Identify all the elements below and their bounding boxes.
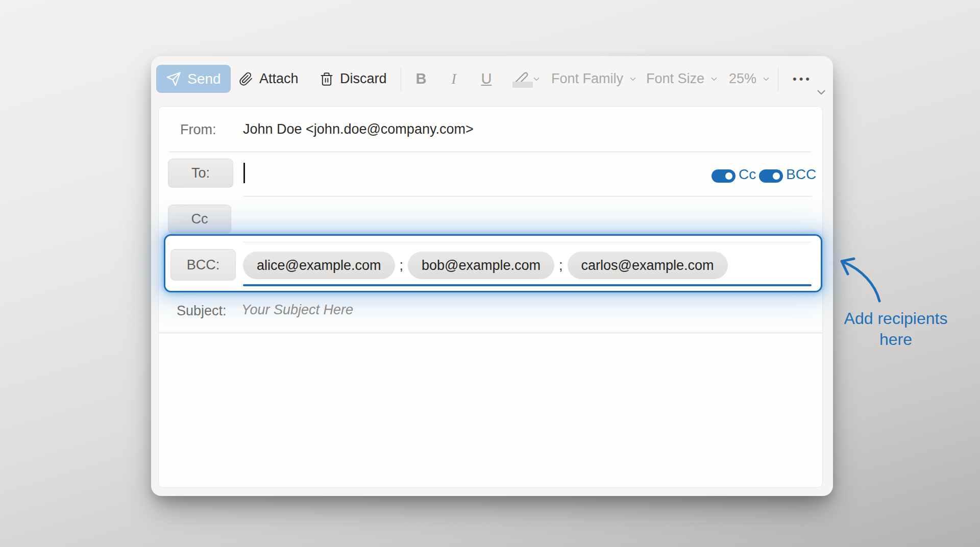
from-value: John Doe <john.doe@company.com>	[243, 121, 474, 137]
send-button[interactable]: Send	[156, 65, 231, 93]
attach-label: Attach	[259, 71, 299, 87]
italic-button[interactable]: I	[439, 65, 469, 93]
bcc-field-button[interactable]: BCC:	[170, 249, 236, 281]
subject-label: Subject:	[177, 303, 227, 319]
toggle-knob	[770, 170, 782, 182]
chevron-down-icon	[762, 74, 771, 84]
recipient-separator: ;	[400, 258, 404, 274]
color-swatch	[512, 82, 533, 88]
compose-window: Send Attach Discard B I U	[151, 56, 833, 496]
cc-toggle[interactable]	[712, 169, 736, 183]
attach-button[interactable]: Attach	[239, 65, 299, 93]
to-input-underline	[243, 196, 812, 196]
subject-placeholder[interactable]: Your Subject Here	[241, 302, 353, 318]
font-size-label: Font Size	[646, 71, 704, 87]
highlight-color-button[interactable]	[505, 65, 549, 93]
bcc-chip-list[interactable]: alice@example.com;bob@example.com;carlos…	[243, 252, 728, 279]
cc-label: Cc	[191, 211, 208, 227]
cc-toggle-label[interactable]: Cc	[739, 166, 756, 183]
annotation-text: Add recipients here	[840, 308, 952, 350]
recipient-chip[interactable]: carlos@example.com	[568, 252, 728, 279]
font-family-dropdown[interactable]: Font Family	[551, 65, 638, 93]
toggle-knob	[723, 170, 735, 182]
recipient-separator: ;	[559, 258, 563, 274]
chevron-down-icon	[628, 74, 638, 84]
bold-button[interactable]: B	[406, 65, 436, 93]
message-body-area[interactable]	[159, 333, 822, 487]
bcc-field-highlight: BCC: alice@example.com;bob@example.com;c…	[164, 234, 822, 292]
bcc-toggle[interactable]	[759, 169, 783, 183]
row-divider	[243, 242, 812, 242]
cc-field-button[interactable]: Cc	[168, 205, 231, 234]
discard-button[interactable]: Discard	[320, 65, 387, 93]
toolbar-divider	[778, 67, 778, 91]
chevron-down-icon	[709, 74, 719, 84]
toolbar-collapse-chevron-icon[interactable]	[813, 85, 830, 100]
paperclip-icon	[239, 72, 253, 86]
underline-label: U	[481, 70, 492, 87]
italic-label: I	[451, 70, 456, 87]
row-divider	[169, 152, 811, 152]
toolbar-divider	[401, 67, 401, 91]
font-family-label: Font Family	[551, 71, 623, 87]
bold-label: B	[416, 70, 427, 87]
bcc-input-underline	[243, 284, 812, 286]
send-label: Send	[187, 71, 220, 87]
zoom-dropdown[interactable]: 25%	[729, 65, 771, 93]
bcc-label: BCC:	[187, 257, 220, 273]
annotation-arrow-icon	[835, 254, 888, 308]
font-size-dropdown[interactable]: Font Size	[646, 65, 719, 93]
to-label: To:	[191, 165, 210, 181]
discard-label: Discard	[340, 71, 387, 87]
zoom-label: 25%	[729, 71, 756, 87]
to-field-button[interactable]: To:	[168, 159, 233, 188]
compose-form: From: John Doe <john.doe@company.com> To…	[158, 106, 823, 488]
compose-toolbar: Send Attach Discard B I U	[151, 56, 833, 106]
chevron-down-icon	[532, 74, 541, 84]
ellipsis-icon: •••	[793, 72, 812, 86]
recipient-chip[interactable]: bob@example.com	[408, 252, 554, 279]
annotation-line2: here	[840, 329, 952, 350]
annotation-line1: Add recipients	[840, 308, 952, 329]
underline-button[interactable]: U	[472, 65, 501, 93]
bcc-toggle-label[interactable]: BCC	[786, 166, 816, 183]
send-icon	[166, 71, 181, 87]
recipient-chip[interactable]: alice@example.com	[243, 252, 395, 279]
from-label: From:	[180, 122, 216, 138]
trash-icon	[320, 72, 334, 86]
text-cursor	[243, 163, 245, 183]
